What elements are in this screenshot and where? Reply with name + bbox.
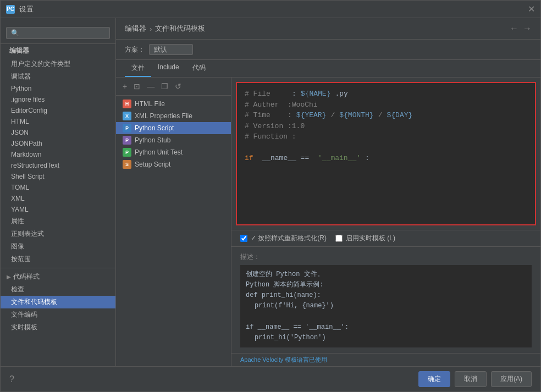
file-item-html[interactable]: H HTML File [116,98,231,110]
sidebar-item-jsonpath[interactable]: JSONPath [1,138,115,149]
description-panel: 描述： 创建空的 Python 文件。 Python 脚本的简单示例: def … [231,246,540,353]
file-item-pyscript[interactable]: P Python Script [116,122,231,134]
tab-code[interactable]: 代码 [186,60,212,77]
window-title: 设置 [19,4,34,14]
tab-include[interactable]: Include [151,60,186,77]
sidebar: 编辑器 用户定义的文件类型 调试器 Python .ignore files E… [1,18,116,366]
confirm-button[interactable]: 确定 [418,371,450,387]
desc-code-line1: def print_hi(name): [246,290,526,301]
desc-text-line1: 创建空的 Python 文件。 [246,269,526,280]
code-line-blank [245,142,527,153]
code-line-3: # Time :${YEAR}/${MONTH}/${DAY} [245,110,527,121]
sidebar-item-yaml[interactable]: YAML [1,204,115,215]
sidebar-item-html[interactable]: HTML [1,116,115,127]
file-item-pystub[interactable]: P Python Stub [116,134,231,146]
header-nav-buttons: ← → [510,24,532,34]
file-list: H HTML File X XML Properties File P Pyth… [116,96,231,366]
pys-file-icon: P [123,136,131,145]
sidebar-item-regex[interactable]: 正则表达式 [1,228,115,240]
remove-file-button[interactable]: — [145,81,157,92]
sidebar-item-debugger[interactable]: 调试器 [1,70,115,83]
add-file-button[interactable]: + [120,81,129,92]
sidebar-item-toml[interactable]: TOML [1,182,115,193]
desc-code-line3 [246,311,526,322]
sidebar-item-image[interactable]: 图像 [1,240,115,253]
bottom-options: ✓ 按照样式重新格式化(R) 启用实时模板 (L) [231,230,540,246]
tabs-row: 文件 Include 代码 [116,60,540,78]
file-item-setup[interactable]: S Setup Script [116,158,231,170]
help-button[interactable]: ? [9,371,14,387]
tab-files[interactable]: 文件 [125,60,151,77]
cancel-button[interactable]: 取消 [455,371,487,387]
scheme-select[interactable]: 默认 [149,44,193,55]
scheme-row: 方案： 默认 [116,40,540,60]
breadcrumb: 编辑器 › 文件和代码模板 [125,24,205,34]
sidebar-section-title: 编辑器 [1,44,115,58]
duplicate-file-button[interactable]: ❐ [159,81,170,92]
sidebar-item-editorconfig[interactable]: EditorConfig [1,105,115,116]
reformat-checkbox[interactable] [240,235,247,242]
desc-text-line2: Python 脚本的简单示例: [246,280,526,290]
sidebar-item-shellscript[interactable]: Shell Script [1,171,115,182]
code-line-1: # File :${NAME}.py [245,89,527,100]
file-item-xml[interactable]: X XML Properties File [116,110,231,122]
file-item-html-label: HTML File [135,100,165,108]
code-line-main: if __name__ == '__main__' : [245,153,527,164]
livetemplate-label: 启用实时模板 (L) [346,234,395,243]
close-button[interactable]: ✕ [528,4,535,14]
sidebar-item-codestyle[interactable]: ▶ 代码样式 [1,270,115,283]
sidebar-item-properties[interactable]: 属性 [1,215,115,228]
sidebar-item-markdown[interactable]: Markdown [1,149,115,160]
sidebar-item-inspection[interactable]: 检查 [1,283,115,296]
sidebar-item-python[interactable]: Python [1,83,115,94]
sidebar-divider [1,268,115,268]
app-icon: PC [6,5,15,14]
app-icon-text: PC [7,6,14,12]
copy-file-button[interactable]: ⊡ [131,81,142,92]
html-file-icon: H [123,100,131,108]
description-title: 描述： [240,252,532,262]
sidebar-item-livetemplates[interactable]: 实时模板 [1,321,115,334]
search-row [1,23,115,44]
main-header: 编辑器 › 文件和代码模板 ← → [116,18,540,40]
pyt-file-icon: P [123,148,131,157]
titlebar-nav: ✕ [528,4,535,14]
velocity-label: Apache Velocity 模板语言已使用 [231,353,540,366]
livetemplate-checkbox-row: 启用实时模板 (L) [335,234,395,243]
file-item-pystub-label: Python Stub [135,136,170,144]
search-input[interactable] [6,27,110,39]
code-editor[interactable]: # File :${NAME}.py # Auther :WooChi # Ti… [236,82,536,225]
code-line-5: # Function : [245,131,527,142]
nav-forward-button[interactable]: → [523,24,532,34]
py-file-icon: P [123,124,131,132]
scheme-label: 方案： [125,45,145,54]
sidebar-item-json[interactable]: JSON [1,127,115,138]
breadcrumb-parent: 编辑器 [125,24,146,34]
sidebar-item-userdefined[interactable]: 用户定义的文件类型 [1,58,115,70]
file-item-xml-label: XML Properties File [135,112,192,120]
sidebar-item-xml[interactable]: XML [1,193,115,204]
split-area: + ⊡ — ❐ ↺ H HTML File X [116,78,540,366]
code-line-4: # Version :1.0 [245,121,527,132]
livetemplate-checkbox[interactable] [335,235,343,242]
editor-panel: # File :${NAME}.py # Auther :WooChi # Ti… [231,78,540,366]
apply-button[interactable]: 应用(A) [491,371,532,387]
reformat-label: ✓ 按照样式重新格式化(R) [251,234,327,243]
file-item-setup-label: Setup Script [135,161,170,168]
sidebar-item-filetemplates[interactable]: 文件和代码模板 [1,296,115,308]
file-list-panel: + ⊡ — ❐ ↺ H HTML File X [116,78,231,366]
setup-file-icon: S [123,160,131,169]
settings-window: PC 设置 ✕ 编辑器 用户定义的文件类型 调试器 Python .ignore… [0,0,541,392]
desc-code-line2: print(f'Hi, {name}') [246,301,526,311]
sidebar-item-scope[interactable]: 按范围 [1,253,115,266]
sidebar-item-restructuredtext[interactable]: reStructuredText [1,160,115,171]
sidebar-item-ignorefiles[interactable]: .ignore files [1,94,115,105]
xml-file-icon: X [123,112,131,120]
nav-back-button[interactable]: ← [510,24,518,34]
description-code: 创建空的 Python 文件。 Python 脚本的简单示例: def prin… [240,265,532,347]
file-item-pytest[interactable]: P Python Unit Test [116,146,231,158]
expand-icon: ▶ [7,274,11,280]
file-item-pyscript-label: Python Script [135,124,174,132]
sidebar-item-fileencoding[interactable]: 文件编码 [1,308,115,321]
reset-file-button[interactable]: ↺ [173,81,184,92]
